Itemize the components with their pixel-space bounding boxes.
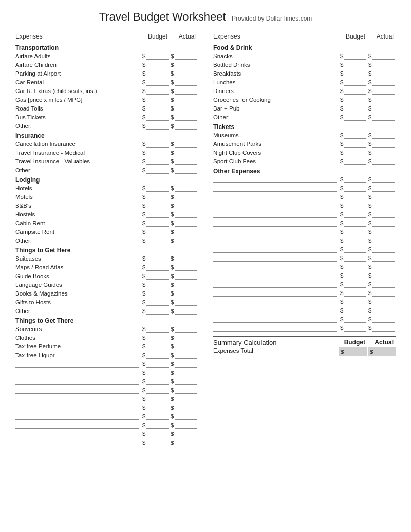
list-item: Gifts to Hosts$$ [15,298,198,306]
list-item: Bottled Drinks$$ [213,61,396,69]
summary-title: Summary Calculation [213,339,339,346]
list-item: Dinners$$ [213,87,396,95]
blank-row: $$ [15,403,198,412]
list-item: Airfare Children$$ [15,61,198,69]
right-column: Expenses Budget Actual Food & Drink Snac… [213,33,396,447]
list-item: Motels$$ [15,193,198,201]
section-insurance: Insurance [15,132,198,139]
list-item: Snacks$$ [213,52,396,60]
left-actual-label: Actual [170,33,198,40]
right-budget-label: Budget [339,33,367,40]
list-item: Campsite Rent$$ [15,228,198,236]
section-food-drink: Food & Drink [213,44,396,51]
list-item: Cancellation Insurance$$ [15,140,198,148]
list-item: Tax-free Perfume$$ [15,342,198,351]
blank-row: $$ [213,280,396,288]
list-item: Museums$$ [213,131,396,139]
section-other-expenses: Other Expenses [213,168,396,175]
list-item: Suitcases$$ [15,254,198,263]
left-expenses-label: Expenses [15,33,141,40]
blank-row: $$ [15,377,198,386]
blank-row: $$ [213,219,396,227]
list-item: Car R. Extras (child seats, ins.)$$ [15,87,198,95]
blank-row: $$ [213,298,396,306]
list-item: Guide Books$$ [15,272,198,280]
list-item: Language Guides$$ [15,281,198,289]
blank-row: $$ [213,245,396,253]
blank-row: $$ [15,412,198,420]
list-item: Travel Insurance - Valuables$$ [15,157,198,166]
list-item: Parking at Airport$$ [15,69,198,78]
summary-budget-label: Budget [339,339,367,346]
page-subtitle: Provided by DollarTimes.com [232,15,312,22]
section-lodging: Lodging [15,176,198,184]
left-column: Expenses Budget Actual Transportation Ai… [15,33,198,447]
summary-total-label: Expenses Total [213,347,339,356]
list-item: Bus Tickets$$ [15,113,198,121]
list-item: Cabin Rent$$ [15,219,198,227]
list-item: B&B's$$ [15,201,198,210]
section-things-here: Things to Get Here [15,247,198,254]
list-item: Souvenirs$$ [15,325,198,333]
list-item: Lunches$$ [213,78,396,86]
right-actual-label: Actual [367,33,396,40]
page-header: Travel Budget Worksheet Provided by Doll… [15,10,396,24]
blank-row: $$ [213,271,396,280]
blank-row: $$ [213,210,396,218]
page-title: Travel Budget Worksheet [99,10,226,23]
blank-row: $$ [213,201,396,210]
list-item: Breakfasts$$ [213,69,396,78]
blank-row: $$ [15,369,198,377]
list-item: Airfare Adults$$ [15,52,198,60]
blank-row: $$ [15,421,198,429]
right-col-header: Expenses Budget Actual [213,33,396,42]
left-budget-label: Budget [141,33,170,40]
blank-row: $$ [213,175,396,184]
list-item: Books & Magazines$$ [15,289,198,298]
left-col-header: Expenses Budget Actual [15,33,198,42]
list-item: Travel Insurance - Medical$$ [15,149,198,157]
blank-row: $$ [213,184,396,192]
section-things-there: Things to Get There [15,317,198,324]
blank-row: $$ [15,438,198,447]
list-item: Sport Club Fees$$ [213,157,396,166]
blank-row: $$ [213,289,396,297]
blank-row: $$ [15,395,198,403]
list-item: Clothes$$ [15,334,198,342]
list-item: Night Club Covers$$ [213,149,396,157]
list-item: Other:$$ [15,236,198,245]
list-item: Amusement Parks$$ [213,140,396,148]
summary-budget-total: $ [339,347,367,356]
list-item: Groceries for Cooking$$ [213,96,396,104]
blank-row: $$ [213,306,396,315]
blank-row: $$ [15,386,198,394]
summary-total-row: Expenses Total $ $ [213,347,396,356]
list-item: Maps / Road Atlas$$ [15,263,198,271]
section-tickets: Tickets [213,123,396,131]
blank-row: $$ [15,430,198,438]
list-item: Road Tolls$$ [15,104,198,113]
list-item: Bar + Pub$$ [213,104,396,113]
summary-section: Summary Calculation Budget Actual Expens… [213,336,396,356]
list-item: Hotels$$ [15,184,198,192]
list-item: Other:$$ [15,122,198,130]
section-transportation: Transportation [15,44,198,51]
blank-row: $$ [213,254,396,262]
list-item: Other:$$ [213,113,396,121]
summary-actual-label: Actual [367,339,396,346]
blank-row: $$ [213,236,396,245]
blank-row: $$ [213,315,396,323]
blank-row: $$ [213,324,396,332]
list-item: Gas [price x miles / MPG]$$ [15,96,198,104]
list-item: Car Rental$$ [15,78,198,86]
blank-row: $$ [213,263,396,271]
list-item: Other:$$ [15,307,198,315]
summary-header: Summary Calculation Budget Actual [213,339,396,346]
list-item: Other:$$ [15,166,198,174]
blank-row: $$ [213,193,396,201]
summary-actual-total: $ [368,347,396,356]
right-expenses-label: Expenses [213,33,339,40]
blank-row: $$ [213,228,396,236]
blank-row: $$ [15,360,198,368]
list-item: Tax-free Liquor$$ [15,351,198,359]
